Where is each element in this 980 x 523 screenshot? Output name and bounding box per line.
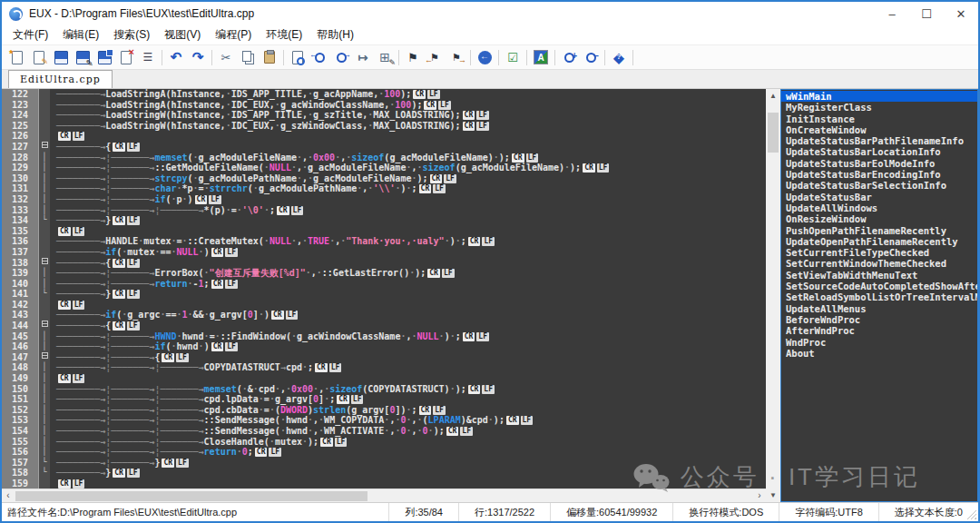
scroll-down-arrow-icon[interactable]: ▼ [766,491,780,499]
code-line[interactable]: 153│────────→¦───────→¦───────→::SendMes… [2,415,766,426]
code-line[interactable]: 135CRLF [2,226,766,237]
horizontal-scrollbar[interactable]: ‹ › [2,488,766,502]
symbol-item[interactable]: PushOpenPathFilenameRecently [781,225,977,236]
code-line[interactable]: 134└────────→}CRLF [2,215,766,226]
code-line[interactable]: 131│────────→¦───────→char·*p·=·strrchr(… [2,183,766,194]
menu-item-help[interactable]: 帮助(H) [309,27,361,43]
symbol-item[interactable]: UpdateOpenPathFilenameRecently [781,236,977,247]
symbol-item[interactable]: OnCreateWindow [781,124,977,135]
symbol-item[interactable]: InitInstance [781,113,977,124]
code-line[interactable]: 152│────────→¦───────→¦───────→cpd.cbDat… [2,405,766,416]
code-line[interactable]: 125────────→LoadStringW(hInstance,·IDC_E… [2,121,766,132]
code-line[interactable]: 158└────────→}CRLF [2,468,766,479]
fold-marker[interactable] [38,258,50,269]
symbol-item[interactable]: SetCurrentFileTypeChecked [781,247,977,258]
code-line[interactable]: 147────────→¦───────→{CRLF [2,352,766,363]
code-line[interactable]: 130│────────→¦───────→strcpy(·g_acModule… [2,173,766,184]
code-line[interactable]: 156│────────→¦───────→¦───────→return·0;… [2,447,766,458]
tab-editultra-cpp[interactable]: EditUltra.cpp [8,70,113,88]
symbol-item[interactable]: UpdateAllWindows [781,202,977,213]
code-line[interactable]: 143────────→if(·g_argc·==·1·&&·g_argv[0]… [2,310,766,321]
minimize-button[interactable]: – [875,2,909,25]
save-as-button[interactable] [72,48,93,67]
goto-line-button[interactable] [352,48,374,67]
horizontal-scroll-thumb[interactable] [15,491,368,501]
symbol-item[interactable]: OnResizeWindow [781,213,977,224]
close-button[interactable]: ✕ [944,2,978,25]
code-line[interactable]: 132│────────→¦───────→if(·p·)CRLF [2,194,766,205]
syntax-highlight-button[interactable] [530,48,552,67]
scroll-right-arrow-icon[interactable]: › [753,490,766,500]
zoom-out-button[interactable] [580,48,602,67]
code-line[interactable]: 133│────────→¦───────→¦───────→*(p)·=·'\… [2,205,766,216]
fold-marker[interactable] [38,142,50,153]
fold-collapse-icon[interactable] [42,142,48,148]
symbol-item[interactable]: UpdateStatusBarEolModeInfo [781,158,977,169]
vertical-scroll-thumb[interactable] [768,113,779,153]
cut-button[interactable] [215,48,237,67]
bookmark-button[interactable] [402,48,424,67]
symbol-item[interactable]: SetViewTabWidthMenuText [781,270,977,281]
code-line[interactable]: 141└────────→}CRLF [2,289,766,300]
symbol-item[interactable]: MyRegisterClass [781,102,977,113]
file-list-button[interactable] [137,48,159,67]
vertical-scrollbar[interactable]: ▲ ▼ [766,89,780,502]
code-line[interactable]: 151│────────→¦───────→¦───────→cpd.lpDat… [2,394,766,405]
symbol-item[interactable]: wWinMain [781,91,977,102]
symbol-item[interactable]: UpdateStatusBarEncodingInfo [781,169,977,180]
code-line[interactable]: 127────────→{CRLF [2,142,766,153]
fold-collapse-icon[interactable] [42,321,48,327]
redo-button[interactable] [187,48,209,67]
code-line[interactable]: 138────────→{CRLF [2,258,766,269]
code-line[interactable]: 154│────────→¦───────→¦───────→::SendMes… [2,426,766,437]
fold-marker[interactable] [38,321,50,331]
zoom-in-button[interactable] [558,48,580,67]
menu-item-file[interactable]: 文件(F) [5,27,55,43]
code-line[interactable]: 124────────→LoadStringW(hInstance,·IDS_A… [2,110,766,121]
code-line[interactable]: 137────────→if(·mutex·==·NULL·)CRLF [2,247,766,258]
new-file-button[interactable] [6,48,28,67]
next-bookmark-button[interactable] [446,48,467,67]
code-editor[interactable]: 122────────→LoadStringA(hInstance,·IDS_A… [2,89,766,488]
code-line[interactable]: 136────────→HANDLE·mutex·=·::CreateMutex… [2,236,766,247]
code-line[interactable]: 159CRLF [2,479,766,488]
symbol-item[interactable]: UpdateStatusBarPathFilenameInfo [781,135,977,146]
code-line[interactable]: 150│────────→¦───────→¦───────→memset(·&… [2,384,766,395]
symbol-item[interactable]: WndProc [781,337,977,348]
maximize-button[interactable]: ☐ [909,2,944,25]
symbol-item[interactable]: BeforeWndProc [781,314,977,325]
code-line[interactable]: 128│────────→¦───────→memset(·g_acModule… [2,153,766,163]
code-line[interactable]: 139│────────→¦───────→ErrorBox(·"创建互斥量失败… [2,268,766,279]
fold-collapse-icon[interactable] [42,258,48,264]
paste-button[interactable] [259,48,280,67]
symbol-item[interactable]: SetSourceCodeAutoCompletedShowAfter [781,281,977,291]
find-next-button[interactable] [330,48,352,67]
replace-button[interactable] [374,48,396,67]
find-button[interactable] [287,48,309,67]
menu-item-environment[interactable]: 环境(E) [259,27,309,43]
symbol-item[interactable]: UpdateAllMenus [781,303,977,314]
symbol-item[interactable]: UpdateStatusBarLocationInfo [781,146,977,157]
open-template-button[interactable] [28,48,50,67]
code-line[interactable]: 155│────────→¦───────→¦───────→CloseHand… [2,437,766,448]
find-prev-button[interactable] [309,48,330,67]
fold-marker[interactable] [38,352,50,363]
code-line[interactable]: 146│────────→¦───────→if(·hwnd·)CRLF [2,341,766,352]
symbol-item[interactable]: AfterWndProc [781,325,977,336]
code-line[interactable]: 122────────→LoadStringA(hInstance,·IDS_A… [2,89,766,100]
symbol-item[interactable]: UpdateStatusBarSelectionInfo [781,180,977,191]
close-file-button[interactable] [115,48,137,67]
go-back-button[interactable] [474,48,495,67]
menu-item-view[interactable]: 视图(V) [157,27,208,43]
scroll-up-arrow-icon[interactable]: ▲ [766,92,780,100]
menu-item-edit[interactable]: 编辑(E) [55,27,106,43]
code-line[interactable]: 149│CRLF [2,373,766,384]
todo-list-button[interactable] [502,48,524,67]
symbol-item[interactable]: About [781,348,977,359]
fold-collapse-icon[interactable] [42,352,48,359]
code-line[interactable]: 123────────→LoadStringA(hInstance,·IDC_E… [2,100,766,111]
menu-item-program[interactable]: 编程(P) [208,27,259,43]
prev-bookmark-button[interactable] [424,48,446,67]
code-line[interactable]: 145│────────→¦───────→HWND·hwnd·=·::Find… [2,331,766,342]
symbol-item[interactable]: SetReloadSymbolListOrTreeIntervalMe [781,291,977,302]
